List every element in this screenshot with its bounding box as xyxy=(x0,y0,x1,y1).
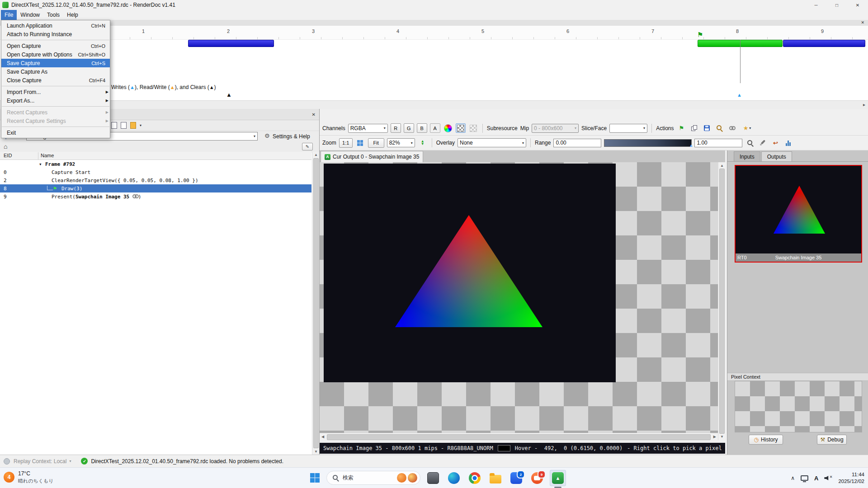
rt0-thumbnail-image[interactable] xyxy=(736,166,861,253)
search-highlight-icons[interactable] xyxy=(397,473,417,483)
taskbar-app-mail[interactable]: 2 xyxy=(508,470,524,486)
gear-icon[interactable]: ⚙ xyxy=(264,132,270,139)
settings-help-button[interactable]: Settings & Help xyxy=(273,133,310,140)
alpha-channel-button[interactable]: A xyxy=(430,123,440,133)
flip-y-button[interactable]: ▲▼ xyxy=(418,138,428,148)
toolbar-caret-icon[interactable]: ▾ xyxy=(140,123,142,127)
red-channel-button[interactable]: R xyxy=(391,123,401,133)
taskbar-app-chat[interactable]: 9 xyxy=(529,470,545,486)
zoom-range-button[interactable] xyxy=(745,138,755,148)
rt0-thumbnail-selected[interactable]: RT0 Swapchain Image 35 xyxy=(735,165,862,263)
resource-link[interactable]: Swapchain Image 35 xyxy=(75,194,129,200)
event-row-selected[interactable]: 8 ⚑ Draw(3) xyxy=(0,184,311,192)
scroll-down-icon[interactable]: ▼ xyxy=(720,435,724,439)
checkerboard-background-button[interactable] xyxy=(456,123,466,133)
histogram-button[interactable] xyxy=(783,138,793,148)
link-icon[interactable] xyxy=(132,194,138,199)
menu-item-attach-instance[interactable]: Attach to Running Instance xyxy=(1,30,110,38)
autofit-button[interactable] xyxy=(758,138,768,148)
scrollbar-thumb[interactable] xyxy=(313,158,319,448)
pixel-context-view[interactable] xyxy=(735,381,862,432)
menu-file[interactable]: File xyxy=(1,10,17,20)
range-min-input[interactable]: 0.00 xyxy=(553,139,601,147)
debug-button[interactable]: ⚒ Debug xyxy=(817,435,847,445)
clock-widget[interactable]: 11:44 2025/12/02 xyxy=(838,471,864,485)
maximize-button[interactable]: □ xyxy=(826,0,847,10)
close-button[interactable]: ✕ xyxy=(847,0,868,10)
chevron-down-icon[interactable]: ▾ xyxy=(69,459,71,463)
timeline-ruler[interactable]: 1 2 3 4 5 6 7 8 9 xyxy=(0,26,868,40)
taskbar-app-explorer[interactable] xyxy=(487,470,504,486)
ime-mode-indicator[interactable]: A xyxy=(814,475,818,482)
menu-help[interactable]: Help xyxy=(63,10,82,20)
overlay-select[interactable]: None▾ xyxy=(458,138,526,147)
range-max-input[interactable]: 1.00 xyxy=(694,139,742,147)
texture-vscrollbar[interactable]: ▲ ▼ xyxy=(718,162,725,440)
menu-item-open-capture[interactable]: Open CaptureCtrl+O xyxy=(1,42,110,50)
edit-bookmark-button[interactable]: ✎ xyxy=(302,143,313,150)
name-column-header[interactable]: Name xyxy=(41,153,54,158)
collapse-chevron-icon[interactable]: ▾ xyxy=(39,161,42,167)
menu-item-launch-application[interactable]: Launch ApplicationCtrl+N xyxy=(1,21,110,30)
scrollbar-thumb[interactable] xyxy=(327,434,711,440)
custom-display-button[interactable] xyxy=(443,123,453,133)
event-row[interactable]: 2 ClearRenderTargetView({ 0.05, 0.05, 0.… xyxy=(0,176,311,184)
channels-select[interactable]: RGBA▾ xyxy=(348,124,388,133)
event-row[interactable]: 0 Capture Start xyxy=(0,168,311,176)
menu-item-close-capture[interactable]: Close CaptureCtrl+F4 xyxy=(1,76,110,84)
one-to-one-button[interactable]: 1:1 xyxy=(339,138,353,148)
search-highlight-icon-2[interactable] xyxy=(408,473,417,483)
texture-hscrollbar[interactable]: ◀ ▶ xyxy=(320,433,718,440)
timeline-scroll-strip[interactable]: ▸ xyxy=(0,100,868,109)
volume-muted-icon[interactable]: ✕ xyxy=(824,475,832,481)
display-tray-icon[interactable] xyxy=(801,475,808,481)
eid-column-header[interactable]: EID xyxy=(4,153,12,158)
timeline-close-icon[interactable]: ✕ xyxy=(861,20,864,25)
cur-output-tab[interactable]: A Cur Output 0 - Swapchain Image 35 xyxy=(321,151,423,162)
save-texture-button[interactable] xyxy=(702,123,712,133)
search-highlight-icon-1[interactable] xyxy=(397,473,406,483)
range-marker-icon[interactable]: ▲ xyxy=(689,143,693,148)
clear-event-marker-icon[interactable]: ▲ xyxy=(226,91,232,98)
taskbar-app-renderdoc[interactable]: ▲ xyxy=(550,470,566,486)
tab-outputs[interactable]: Outputs xyxy=(761,151,792,161)
green-channel-button[interactable]: G xyxy=(404,123,414,133)
scroll-right-icon[interactable]: ▶ xyxy=(713,435,716,439)
reset-range-button[interactable]: ↩ xyxy=(770,138,780,148)
event-browser-scrollbar[interactable]: ▲ ▼ xyxy=(312,152,319,455)
menu-tools[interactable]: Tools xyxy=(43,10,63,20)
taskbar-app-terminal[interactable] xyxy=(425,470,441,486)
minimize-button[interactable]: ─ xyxy=(806,0,826,10)
find-texture-button[interactable] xyxy=(714,123,724,133)
fit-button[interactable]: Fit xyxy=(368,138,384,148)
hidden-icons-chevron[interactable]: ∧ xyxy=(791,475,795,481)
render-target-image[interactable] xyxy=(324,164,616,382)
open-resource-button[interactable] xyxy=(727,123,737,133)
timeline-span-blue-2[interactable] xyxy=(783,40,865,47)
menu-item-import-from[interactable]: Import From...▶ xyxy=(1,88,110,96)
copy-button[interactable] xyxy=(689,123,699,133)
scroll-down-icon[interactable]: ▼ xyxy=(314,450,318,454)
event-row-frame[interactable]: ▾ Frame #792 xyxy=(0,160,311,168)
menu-window[interactable]: Window xyxy=(17,10,43,20)
taskbar-app-chrome[interactable] xyxy=(467,470,483,486)
scroll-right-icon[interactable]: ▸ xyxy=(863,102,865,107)
scroll-up-icon[interactable]: ▲ xyxy=(720,164,724,168)
goto-flag-button[interactable]: ⚑ xyxy=(676,123,686,133)
weather-widget[interactable]: 4 17°C 晴れのちくもり xyxy=(4,470,54,484)
timeline-span-blue[interactable] xyxy=(188,40,274,47)
export-doc-icon[interactable] xyxy=(111,122,117,129)
bookmark-doc-icon[interactable] xyxy=(130,122,136,129)
home-icon[interactable]: ⌂ xyxy=(4,143,7,150)
slice-face-select[interactable]: ▾ xyxy=(609,124,647,133)
menu-item-open-capture-options[interactable]: Open Capture with OptionsCtrl+Shift+O xyxy=(1,50,110,59)
scroll-left-icon[interactable]: ◀ xyxy=(321,435,324,439)
replay-context-label[interactable]: Replay Context: Local xyxy=(14,458,66,465)
menu-item-save-capture[interactable]: Save CaptureCtrl+S xyxy=(1,59,110,67)
column-divider[interactable] xyxy=(38,152,38,160)
scroll-up-icon[interactable]: ▲ xyxy=(314,153,318,157)
scrollbar-thumb[interactable] xyxy=(719,169,725,434)
blue-channel-button[interactable]: B xyxy=(417,123,427,133)
event-row[interactable]: 9 Present(Swapchain Image 35 ) xyxy=(0,192,311,201)
taskbar-search-box[interactable]: 検索 xyxy=(326,471,420,485)
